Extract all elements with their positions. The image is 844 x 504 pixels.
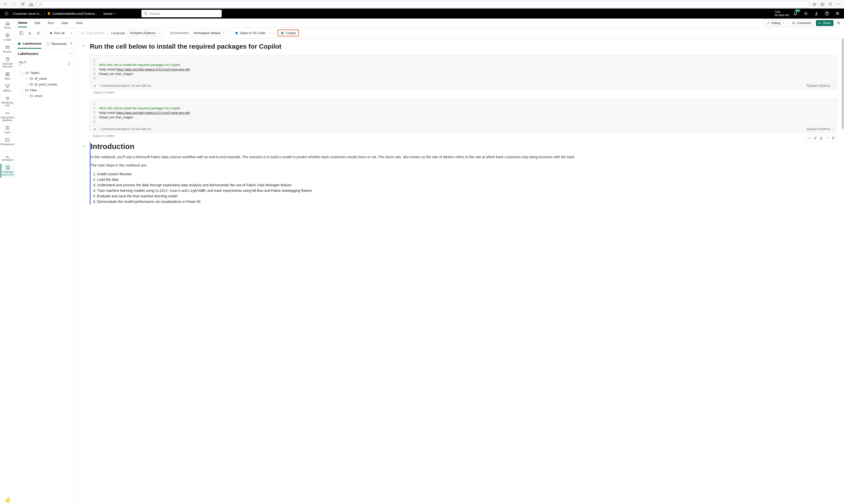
svg-rect-42 [7, 499, 8, 503]
run-all-dropdown[interactable] [68, 30, 74, 36]
explorer-tab-resources[interactable]: Resources [47, 39, 67, 48]
svg-rect-41 [5, 500, 6, 503]
explorer-collapse-button[interactable] [69, 42, 72, 45]
code-cell-1[interactable]: 1 2 3 4 5 #Run this cell to install the … [90, 55, 837, 89]
notifications-button[interactable]: 125 [791, 10, 800, 18]
chevron-down-icon [831, 85, 834, 87]
cell-toolbar [805, 134, 837, 142]
run-all-button[interactable]: Run all [48, 31, 66, 35]
tab-home[interactable]: Home [18, 19, 27, 27]
rail-my-workspace[interactable]: My workspace [0, 154, 15, 163]
account-button[interactable] [833, 10, 842, 18]
cell-lang-dropdown[interactable]: PySpark (Python) [807, 127, 834, 131]
scrollbar[interactable] [842, 39, 844, 129]
settings-button[interactable] [802, 10, 810, 18]
tree-files[interactable]: Files [17, 87, 73, 93]
tab-data[interactable]: Data [61, 19, 68, 27]
language-dropdown[interactable]: PySpark (Python) [127, 30, 163, 36]
browser-forward-button[interactable] [11, 1, 18, 8]
cell-code-toggle[interactable] [806, 136, 812, 141]
swap-icon[interactable] [68, 62, 71, 66]
explorer-tab-lakehouses[interactable]: Lakehouses [18, 39, 41, 49]
tab-edit[interactable]: Edit [35, 19, 40, 27]
vscode-icon [234, 31, 238, 35]
environment-dropdown[interactable]: Workspace default [191, 30, 228, 36]
app-launcher-icon[interactable] [2, 10, 11, 18]
rail-active-notebook[interactable]: Customer churn-513 [0, 164, 15, 178]
save-status-dropdown[interactable]: Saved [103, 12, 116, 16]
line-gutter: 1 2 3 4 5 [93, 102, 99, 124]
presence-button[interactable] [836, 20, 842, 26]
code-content[interactable]: #Run this cell to install the required p… [99, 102, 190, 124]
markdown-cell-intro[interactable]: Introduction In this notebook, you'll se… [90, 142, 839, 204]
chevron-down-icon [158, 32, 160, 34]
pin-icon[interactable] [19, 64, 28, 67]
browser-back-button[interactable] [2, 1, 9, 8]
chevron-down-icon[interactable] [69, 52, 71, 55]
help-button[interactable] [823, 10, 831, 18]
copilot-icon [281, 31, 284, 35]
cell-lang-dropdown[interactable]: PySpark (Python) [807, 84, 834, 88]
tab-view[interactable]: View [76, 19, 83, 27]
browser-address-bar[interactable] [36, 1, 809, 7]
browser-split-icon[interactable] [819, 1, 826, 8]
browser-refresh-button[interactable] [19, 1, 26, 8]
cell-lock-button[interactable] [818, 136, 824, 141]
browser-ext-icon[interactable] [811, 1, 818, 8]
output-hidden-label[interactable]: Output is hidden [93, 134, 839, 138]
comments-button[interactable]: Comments [789, 20, 814, 26]
code-cell-2[interactable]: 1 2 3 4 5 #Run this cell to install the … [90, 99, 837, 133]
explorer-tree: Tables df_clean df_pred_results Files ch… [15, 69, 74, 100]
browser-home-button[interactable] [28, 1, 35, 8]
browser-more-icon[interactable] [835, 1, 842, 8]
edit-icon [767, 21, 770, 24]
resource-icon [47, 42, 50, 46]
share-button[interactable]: Share [816, 20, 833, 26]
rail-metrics[interactable]: Metrics [0, 83, 15, 93]
rail-home[interactable]: Home [0, 20, 15, 31]
document-title[interactable]: Customer churn-5... [13, 12, 42, 16]
cell-delete-button[interactable] [830, 136, 836, 141]
tab-run[interactable]: Run [48, 19, 54, 27]
tree-table-df_clean[interactable]: df_clean [17, 76, 73, 82]
rail-create[interactable]: Create [0, 32, 15, 43]
sensitivity-label[interactable]: Confidential\Microsoft Extend... [47, 12, 97, 16]
stop-icon [81, 31, 84, 35]
trial-status: Trial: 59 days left [775, 10, 789, 17]
tree-table-df_pred_results[interactable]: df_pred_results [17, 82, 73, 87]
cell-edit-button[interactable] [812, 136, 818, 141]
notebook-settings-icon[interactable] [35, 30, 42, 36]
share-icon [819, 21, 822, 24]
browser-collections-icon[interactable] [827, 1, 834, 8]
tree-file-churn[interactable]: churn [17, 93, 73, 99]
notebook-options-icon[interactable] [18, 30, 24, 36]
chevron-down-icon [782, 22, 785, 24]
cell-more-button[interactable] [824, 136, 830, 141]
notebook-canvas[interactable]: Run the cell below to install the requir… [75, 39, 844, 504]
list-item: Train machine learning models using Scik… [97, 188, 837, 193]
downloads-button[interactable] [812, 10, 821, 18]
global-search-input[interactable]: Search [141, 10, 222, 17]
code-content[interactable]: #Run this cell to install the required p… [99, 58, 190, 81]
rail-browse[interactable]: Browse [0, 43, 15, 55]
cell-collapse-toggle[interactable] [82, 44, 85, 48]
tree-tables[interactable]: Tables [17, 70, 73, 76]
rail-apps[interactable]: Apps [0, 70, 15, 82]
stop-session-button[interactable]: Stop session [81, 31, 104, 35]
download-notebook-icon[interactable] [26, 30, 33, 36]
lakehouse-name-row[interactable]: rajLH [15, 58, 74, 69]
cell-collapse-toggle[interactable] [83, 144, 86, 148]
rail-onelake[interactable]: OneLake data hub [0, 56, 15, 70]
comment-icon [792, 21, 795, 24]
rail-learn[interactable]: Learn [0, 124, 15, 135]
open-vscode-button[interactable]: Open in VS Code [234, 31, 271, 35]
chevron-down-icon [269, 32, 271, 34]
output-hidden-label[interactable]: Output is hidden [93, 91, 839, 94]
rail-deploy[interactable]: Deployment pipelines [0, 109, 15, 123]
list-item: Load the data [97, 177, 837, 182]
rail-workspaces[interactable]: Workspaces [0, 136, 15, 147]
rail-monitoring[interactable]: Monitoring hub [0, 94, 15, 108]
copilot-button[interactable]: Copilot [277, 30, 299, 36]
powerbi-logo-icon [5, 497, 10, 503]
editing-mode-dropdown[interactable]: Editing [764, 20, 787, 26]
